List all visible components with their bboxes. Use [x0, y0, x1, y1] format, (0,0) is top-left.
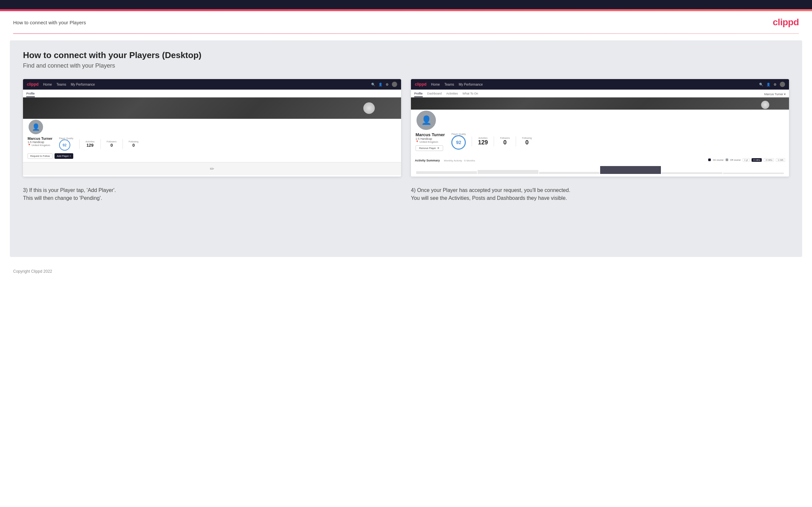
followers-stat-2: Followers 0	[500, 137, 510, 146]
time-btn-1mth[interactable]: 1 mth	[776, 158, 785, 162]
chart-bar-2	[477, 170, 539, 174]
add-player-button-1[interactable]: Add Player +	[55, 153, 73, 159]
chart-bar-4	[600, 166, 661, 174]
player-name-1: Marcus Turner	[28, 136, 53, 140]
player-handicap-1: 1-5 Handicap	[28, 140, 53, 144]
tab-activities-2[interactable]: Activities	[446, 92, 458, 97]
quality-circle-1: 92	[59, 139, 70, 151]
pencil-icon-1: ✏	[210, 166, 214, 172]
chart-bar-6	[723, 173, 784, 174]
stat-divider-5	[494, 136, 494, 146]
player-details-2: Marcus Turner 1-5 Handicap 📍 United King…	[415, 132, 445, 151]
screenshot-panel-1: clippd Home Teams My Performance 🔍 👤 ⚙ P…	[23, 79, 401, 177]
player-location-1: 📍 United Kingdom	[28, 144, 53, 147]
app-logo-2: clippd	[415, 82, 426, 87]
activity-controls: On course Off course 1 yr 6 mths 3 mths …	[708, 158, 785, 162]
oncourse-label: On course	[713, 159, 723, 161]
oncourse-legend-dot	[708, 159, 711, 161]
user-icon-2[interactable]: 👤	[766, 83, 770, 86]
nav-home-1[interactable]: Home	[43, 83, 52, 86]
remove-player-button[interactable]: Remove Player ✕	[415, 146, 443, 151]
profile-section-1: 👤 Marcus Turner 1-5 Handicap 📍 United Ki…	[23, 119, 401, 162]
avatar-small-1[interactable]	[392, 82, 397, 87]
tab-whattoon-2[interactable]: What To On	[462, 92, 478, 97]
settings-icon-1[interactable]: ⚙	[386, 83, 389, 86]
screenshot-panel-2: clippd Home Teams My Performance 🔍 👤 ⚙ P…	[411, 79, 789, 177]
location-icon-1: 📍	[28, 144, 31, 147]
footer-copyright: Copyright Clippd 2022	[13, 269, 52, 274]
chart-bar-5	[662, 172, 722, 174]
activity-subtitle: Monthly Activity · 6 Months	[444, 159, 475, 162]
remove-btn-container: Remove Player ✕	[415, 146, 445, 151]
stat-divider-4	[472, 136, 472, 146]
time-btn-3mths[interactable]: 3 mths	[764, 158, 774, 162]
time-btn-6mths[interactable]: 6 mths	[752, 158, 762, 162]
activities-stat-1: Activities 129	[86, 140, 95, 148]
chart-bar-1	[416, 171, 477, 174]
user-icon-1[interactable]: 👤	[378, 83, 383, 86]
page-header: How to connect with your Players clippd	[0, 11, 812, 34]
search-icon-1[interactable]: 🔍	[371, 83, 375, 86]
stats-row-2: Player Quality 92 Activities 129 Followe…	[451, 133, 532, 150]
quality-label-1: Player Quality 92	[59, 137, 73, 151]
quality-label-2: Player Quality 92	[451, 133, 466, 150]
following-stat-1: Following 0	[129, 140, 139, 148]
activity-title-group: Activity Summary Monthly Activity · 6 Mo…	[415, 157, 475, 163]
screenshot-bottom-1: ✏	[23, 162, 401, 175]
remove-x-icon: ✕	[437, 147, 440, 150]
stats-row-1: Player Quality 92 Activities 129 Followe…	[59, 137, 139, 151]
stat-divider-1	[79, 139, 80, 149]
app-nav-1: clippd Home Teams My Performance 🔍 👤 ⚙	[23, 79, 401, 90]
avatar-person-icon-2: 👤	[421, 115, 432, 125]
offcourse-label: Off course	[730, 159, 741, 161]
top-bar	[0, 0, 812, 9]
nav-performance-2[interactable]: My Performance	[459, 83, 483, 86]
caption-left: 3) If this is your Player tap, 'Add Play…	[23, 186, 401, 202]
nav-teams-1[interactable]: Teams	[56, 83, 66, 86]
time-btn-1yr[interactable]: 1 yr	[743, 158, 750, 162]
nav-performance-1[interactable]: My Performance	[70, 83, 95, 86]
quality-circle-2: 92	[451, 135, 466, 150]
activity-section: Activity Summary Monthly Activity · 6 Mo…	[411, 154, 789, 177]
tab-user-name-2[interactable]: Marcus Turner ▾	[764, 93, 786, 97]
chart-bar-3	[539, 172, 600, 174]
profile-section-2: 👤 Marcus Turner 1-5 Handicap 📍 United Ki…	[411, 110, 789, 154]
activity-header: Activity Summary Monthly Activity · 6 Mo…	[415, 157, 785, 163]
section-subtitle: Find and connect with your Players	[23, 62, 789, 69]
header-divider	[13, 34, 799, 34]
screenshots-row: clippd Home Teams My Performance 🔍 👤 ⚙ P…	[23, 79, 789, 177]
avatar-1: 👤	[28, 119, 44, 135]
app-tabs-2: Profile Dashboard Activities What To On …	[411, 90, 789, 98]
footer: Copyright Clippd 2022	[0, 264, 812, 279]
offcourse-legend-dot	[726, 159, 728, 161]
player-location-2: 📍 United Kingdom	[415, 140, 445, 144]
followers-stat-1: Followers 0	[107, 140, 117, 148]
stat-divider-6	[516, 136, 516, 146]
tab-dashboard-2[interactable]: Dashboard	[427, 92, 442, 97]
profile-info-1: Marcus Turner 1-5 Handicap 📍 United King…	[28, 136, 397, 151]
caption-panel-left: 3) If this is your Player tap, 'Add Play…	[23, 186, 401, 202]
settings-icon-2[interactable]: ⚙	[773, 83, 776, 86]
profile-info-2: Marcus Turner 1-5 Handicap 📍 United King…	[415, 132, 784, 151]
location-icon-2: 📍	[415, 140, 419, 144]
app-tabs-1: Profile	[23, 90, 401, 98]
app-nav-2: clippd Home Teams My Performance 🔍 👤 ⚙	[411, 79, 789, 90]
nav-right-1: 🔍 👤 ⚙	[371, 82, 397, 87]
action-buttons-1: Request to Follow Add Player +	[28, 153, 397, 159]
nav-home-2[interactable]: Home	[431, 83, 440, 86]
player-details-1: Marcus Turner 1-5 Handicap 📍 United King…	[28, 136, 53, 147]
stat-divider-2	[101, 139, 101, 149]
activity-title: Activity Summary	[415, 159, 440, 162]
nav-right-2: 🔍 👤 ⚙	[759, 82, 785, 87]
tab-profile-1[interactable]: Profile	[26, 92, 35, 97]
follow-button-1[interactable]: Request to Follow	[28, 153, 53, 159]
search-icon-2[interactable]: 🔍	[759, 83, 763, 86]
avatar-2: 👤	[415, 110, 437, 131]
nav-teams-2[interactable]: Teams	[445, 83, 454, 86]
app-logo-1: clippd	[27, 82, 39, 87]
caption-panel-right: 4) Once your Player has accepted your re…	[411, 186, 789, 202]
activities-stat-2: Activities 129	[478, 137, 488, 146]
caption-right: 4) Once your Player has accepted your re…	[411, 186, 789, 202]
tab-profile-2[interactable]: Profile	[414, 92, 423, 97]
avatar-small-2[interactable]	[780, 82, 785, 87]
